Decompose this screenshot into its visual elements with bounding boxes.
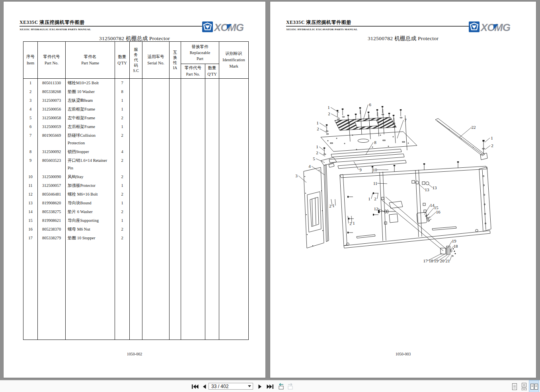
svg-text:1: 1 (491, 136, 493, 140)
next-page-button[interactable] (257, 380, 263, 392)
svg-text:1: 1 (332, 203, 335, 208)
table-row: 11312500057加强板Protector1 (23, 181, 249, 190)
col-qty: 数量Q'TY (115, 42, 130, 79)
svg-text:13: 13 (425, 187, 430, 192)
table-row: 8312500092锁挡Stopper4 (23, 147, 249, 156)
col-interchangeability: 互换性IA (170, 42, 181, 79)
header-rule (19, 26, 203, 27)
header-rule (286, 26, 470, 27)
manual-title-zh: XE335C 液压挖掘机零件图册 (19, 19, 85, 26)
svg-text:20: 20 (440, 258, 445, 263)
previous-view-icon (277, 383, 285, 390)
manual-title-en: XE335C HYDRAULIC EXCAVATOR PARTS MANUAL (286, 28, 358, 31)
col-identification-mark: 识别标识IdentificationMark (219, 42, 249, 79)
svg-text:2: 2 (329, 204, 331, 208)
svg-text:7: 7 (404, 118, 407, 122)
svg-text:12: 12 (374, 206, 378, 211)
svg-text:13: 13 (433, 185, 437, 190)
svg-text:2: 2 (491, 143, 493, 148)
col-replaceable-part-no: 零件代号Part No. (181, 64, 205, 79)
xcmg-logo-icon: XCMG (469, 20, 517, 33)
svg-text:21: 21 (446, 258, 450, 263)
table-row: 7801905669防碰球CollisionProtection2 (23, 131, 249, 147)
table-row: 6312500059左后框架Frame1 (23, 122, 249, 131)
col-replaceable-qty: 数量Q'TY (205, 64, 219, 79)
svg-text:1: 1 (316, 120, 319, 125)
table-row: 14805338275垫片 6 Washer2 (23, 208, 249, 216)
col-serial-no: 适用车号Serial No. (142, 42, 170, 79)
page-number-combobox[interactable]: 33 / 402 (209, 383, 253, 390)
svg-text:2: 2 (316, 150, 318, 155)
svg-text:2: 2 (317, 126, 319, 131)
dropdown-arrow-icon (248, 385, 251, 387)
facing-pages-view-icon (530, 383, 538, 390)
first-page-icon (192, 384, 199, 389)
exploded-view-diagram: 1261272212812543910111313122112141516211… (289, 91, 520, 274)
svg-text:1: 1 (368, 196, 370, 201)
page-code: 1050-002 (4, 352, 265, 356)
manual-title-en: XE335C HYDRAULIC EXCAVATOR PARTS MANUAL (19, 28, 91, 31)
prev-page-icon (203, 384, 206, 389)
continuous-view-icon (521, 383, 527, 390)
table-row: 12805046481螺栓 M6×16 Bolt2 (23, 190, 249, 199)
facing-pages-view-button[interactable] (529, 380, 539, 392)
col-service-code: 服务代码S.C (130, 42, 142, 79)
svg-text:2: 2 (349, 221, 352, 226)
last-page-button[interactable] (265, 380, 274, 392)
next-view-button[interactable] (287, 380, 295, 392)
table-row: 3312500073左纵梁ⅢBeam1 (23, 96, 249, 105)
svg-text:10: 10 (373, 167, 378, 172)
manual-title-zh: XE335C 液压挖掘机零件图册 (286, 19, 351, 26)
page-left: XE335C 液压挖掘机零件图册 XE335C HYDRAULIC EXCAVA… (3, 1, 266, 378)
table-row: 4312500056左前框架Frame1 (23, 105, 249, 114)
parts-table-body: 1805011330螺栓M10×25 Bolt72805338268垫圈 10 … (23, 79, 249, 340)
svg-text:19: 19 (434, 258, 439, 263)
table-row: 16805238370螺母 M6 Nut2 (23, 225, 249, 234)
svg-text:1: 1 (316, 144, 318, 149)
assembly-title: 312500782 机棚总成 Protector (270, 35, 536, 42)
next-page-icon (258, 384, 262, 389)
table-row: 13819908620导向块Bound1 (23, 199, 249, 208)
table-row: 5312500058左中框架Frame2 (23, 114, 249, 122)
svg-text:6: 6 (369, 102, 371, 107)
svg-text:16: 16 (436, 210, 441, 214)
page-right: XE335C 液压挖掘机零件图册 XE335C HYDRAULIC EXCAVA… (270, 1, 536, 378)
col-item: 序号Item (23, 42, 38, 79)
svg-text:8: 8 (374, 140, 376, 145)
xcmg-logo-icon: XCMG (202, 20, 250, 33)
svg-text:1: 1 (353, 221, 355, 225)
next-view-icon (287, 383, 295, 390)
single-page-view-button[interactable] (511, 380, 519, 392)
continuous-view-button[interactable] (520, 380, 528, 392)
parts-table: 序号Item 零件代号Part No. 零件名Part Name 数量Q'TY … (23, 41, 249, 340)
prev-page-button[interactable] (201, 380, 207, 392)
svg-text:5: 5 (313, 156, 315, 161)
previous-view-button[interactable] (276, 380, 285, 392)
table-row: 17805338279垫圈 10 Stopper2 (23, 234, 249, 243)
viewer-toolbar: 33 / 402 (0, 380, 540, 392)
table-empty-space (23, 243, 249, 340)
first-page-button[interactable] (191, 380, 199, 392)
svg-text:22: 22 (472, 125, 476, 130)
svg-text:17: 17 (423, 258, 428, 263)
svg-text:2: 2 (328, 111, 330, 116)
svg-text:1: 1 (328, 105, 330, 110)
single-page-view-icon (511, 383, 518, 390)
page-code: 1050-003 (270, 352, 536, 356)
pdf-viewer[interactable]: XE335C 液压挖掘机零件图册 XE335C HYDRAULIC EXCAVA… (0, 0, 540, 392)
last-page-icon (267, 384, 273, 389)
table-row: 1805011330螺栓M10×25 Bolt7 (23, 79, 249, 87)
col-part-no: 零件代号Part No. (38, 42, 66, 79)
table-row: 9805603523开口销1.6×14 RetainerPin2 (23, 156, 249, 173)
col-replaceable-part: 替换零件ReplaceablePart (181, 42, 219, 64)
svg-text:2: 2 (374, 196, 376, 201)
table-row: 2805338268垫圈 10 Washer8 (23, 87, 249, 96)
svg-text:18: 18 (429, 258, 434, 263)
svg-text:18: 18 (454, 244, 458, 248)
svg-text:19: 19 (452, 239, 457, 243)
col-part-name: 零件名Part Name (66, 42, 115, 79)
svg-text:11: 11 (373, 181, 378, 186)
svg-text:9: 9 (359, 167, 362, 172)
svg-text:3: 3 (295, 173, 298, 178)
table-row: 10312500090风钩Stay2 (23, 173, 249, 181)
